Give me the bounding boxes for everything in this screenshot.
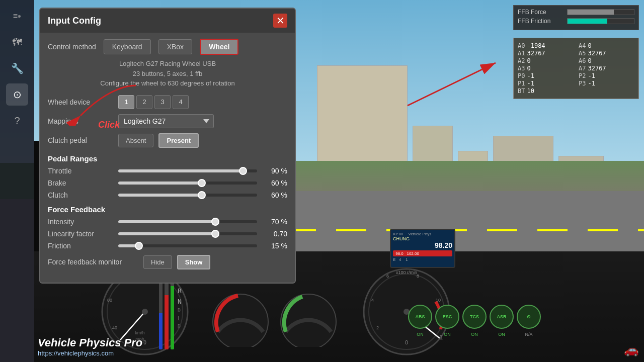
brake-slider[interactable] xyxy=(118,182,257,185)
ffb-force-label: FFB Force xyxy=(518,9,563,16)
svg-text:8: 8 xyxy=(417,274,419,279)
device-number-buttons: 1 2 3 4 xyxy=(118,95,189,109)
data-p3: P3-1 xyxy=(579,80,634,87)
clutch-track xyxy=(118,194,202,197)
clutch-present-button[interactable]: Present xyxy=(158,133,199,148)
clutch-slider[interactable] xyxy=(118,194,257,197)
device-info-line1: Logitech G27 Racing Wheel USB xyxy=(48,59,287,69)
monitor-label: Force feedback monitor xyxy=(48,258,138,266)
throttle-track xyxy=(118,169,243,172)
clutch-absent-button[interactable]: Absent xyxy=(118,134,153,147)
data-bt: BT10 xyxy=(518,87,574,95)
linearity-thumb[interactable] xyxy=(211,230,219,238)
ffb-force-bar xyxy=(568,10,614,15)
data-a6: A60 xyxy=(579,57,634,64)
clutch-value: 60 % xyxy=(262,191,287,199)
data-a2: A20 xyxy=(518,57,574,64)
throttle-value: 90 % xyxy=(262,167,287,175)
device-btn-4[interactable]: 4 xyxy=(173,95,189,109)
sidebar: ≡⊕ 🗺 🔧 ⊙ ? xyxy=(0,0,34,362)
data-a1: A132767 xyxy=(518,50,574,57)
asr-btn[interactable]: ASR xyxy=(490,305,514,329)
data-p0: P0-1 xyxy=(518,72,574,79)
device-btn-1[interactable]: 1 xyxy=(118,95,134,109)
ffb-friction-label: FFB Friction xyxy=(518,18,563,25)
data-a3: A30 xyxy=(518,65,574,72)
intensity-thumb[interactable] xyxy=(211,218,219,226)
linearity-row: Linearity factor 0.70 xyxy=(40,228,295,240)
car-display-screen: KP M Vehicle Phys CHUNG 98.20 98.0 102.0… xyxy=(390,229,455,268)
esc-btn[interactable]: ESC xyxy=(435,305,459,329)
data-a4: A40 xyxy=(579,42,634,49)
brake-value: 60 % xyxy=(262,179,287,187)
dialog-title-bar: Input Config ✕ xyxy=(40,9,295,33)
wheel-device-label: Wheel device xyxy=(48,98,113,106)
device-info-line3: Configure the wheel to 630 degrees of ro… xyxy=(48,78,287,88)
brake-row: Brake 60 % xyxy=(40,177,295,189)
device-btn-3[interactable]: 3 xyxy=(154,95,171,109)
clutch-thumb[interactable] xyxy=(198,191,206,199)
svg-text:2: 2 xyxy=(376,325,379,330)
brake-label: Brake xyxy=(48,179,113,187)
dialog-title: Input Config xyxy=(48,16,101,26)
ffb-force-bar-bg xyxy=(567,9,634,15)
brand-info: Vehicle Physics Pro https://vehiclephysi… xyxy=(38,336,142,357)
svg-point-11 xyxy=(142,309,148,315)
control-method-row: Control method Keyboard XBox Wheel xyxy=(40,33,295,59)
svg-text:4: 4 xyxy=(371,298,374,303)
linearity-value: 0.70 xyxy=(262,230,287,238)
clutch-slider-row: Clutch 60 % xyxy=(40,189,295,201)
force-feedback-header: Force Feedback xyxy=(40,201,295,216)
brand-url: https://vehiclephysics.com xyxy=(38,349,142,357)
ffb-friction-bar-bg xyxy=(567,18,634,24)
tcs-btn[interactable]: TCS xyxy=(462,305,487,329)
throttle-label: Throttle xyxy=(48,167,113,175)
input-config-dialog: Input Config ✕ Control method Keyboard X… xyxy=(39,8,296,284)
intensity-slider[interactable] xyxy=(118,220,257,223)
close-button[interactable]: ✕ xyxy=(273,14,287,28)
ffb-panel: FFB Force FFB Friction xyxy=(513,5,639,30)
device-info: Logitech G27 Racing Wheel USB 23 buttons… xyxy=(40,59,295,93)
linearity-label: Linearity factor xyxy=(48,230,113,238)
throttle-row: Throttle 90 % xyxy=(40,165,295,177)
svg-text:x100 r/min: x100 r/min xyxy=(396,270,417,275)
abs-btn[interactable]: ABS xyxy=(408,305,432,329)
mappings-dropdown[interactable]: Logitech G27 Generic Wheel Custom xyxy=(118,114,214,128)
brake-thumb[interactable] xyxy=(198,179,206,187)
intensity-label: Intensity xyxy=(48,218,113,226)
monitor-show-button[interactable]: Show xyxy=(177,255,211,269)
ffb-force-row: FFB Force xyxy=(518,9,634,16)
linearity-track xyxy=(118,232,215,235)
data-a5: A532767 xyxy=(579,50,634,57)
wheel-btn[interactable]: ⊙ xyxy=(517,305,541,329)
friction-thumb[interactable] xyxy=(135,242,143,250)
bottom-right-logo: 🚗 xyxy=(624,343,639,357)
wheel-button[interactable]: Wheel xyxy=(200,39,238,55)
friction-value: 15 % xyxy=(262,242,287,250)
monitor-hide-button[interactable]: Hide xyxy=(143,255,172,269)
clutch-pedal-label: Clutch pedal xyxy=(48,136,113,144)
sidebar-icon-wrench[interactable]: 🔧 xyxy=(6,57,28,79)
brand-name: Vehicle Physics Pro xyxy=(38,336,142,349)
sidebar-icon-map[interactable]: 🗺 xyxy=(6,31,28,53)
clutch-slider-label: Clutch xyxy=(48,191,113,199)
throttle-thumb[interactable] xyxy=(239,167,247,175)
sidebar-icon-help[interactable]: ? xyxy=(6,110,28,132)
svg-text:6: 6 xyxy=(386,274,389,279)
intensity-track xyxy=(118,220,215,223)
device-btn-2[interactable]: 2 xyxy=(136,95,152,109)
throttle-slider[interactable] xyxy=(118,169,257,172)
friction-slider[interactable] xyxy=(118,244,257,247)
linearity-slider[interactable] xyxy=(118,232,257,235)
sidebar-icon-menu[interactable]: ≡⊕ xyxy=(6,5,28,27)
data-a0: A0-1984 xyxy=(518,42,574,49)
data-panel: A0-1984 A40 A132767 A532767 A20 A60 A30 … xyxy=(513,38,639,99)
xbox-button[interactable]: XBox xyxy=(158,39,192,54)
data-grid: A0-1984 A40 A132767 A532767 A20 A60 A30 … xyxy=(518,42,634,95)
clutch-pedal-row: Clutch pedal Absent Present xyxy=(40,131,295,150)
sidebar-icon-wheel[interactable]: ⊙ xyxy=(6,83,28,106)
keyboard-button[interactable]: Keyboard xyxy=(104,39,151,54)
mappings-row: Mappings Logitech G27 Generic Wheel Cust… xyxy=(40,112,295,131)
monitor-row: Force feedback monitor Hide Show xyxy=(40,252,295,273)
pedal-ranges-header: Pedal Ranges xyxy=(40,150,295,165)
